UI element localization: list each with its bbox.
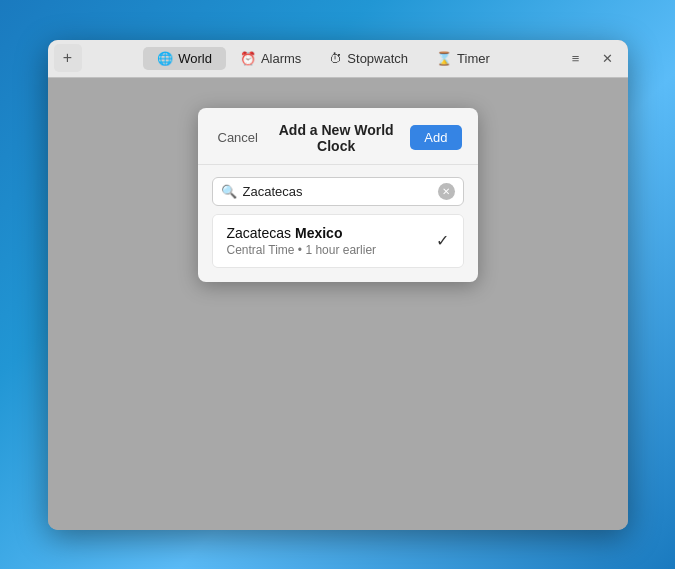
world-tab-label: World (178, 51, 212, 66)
result-country: Mexico (295, 225, 342, 241)
search-results: Zacatecas Mexico Central Time • 1 hour e… (212, 214, 464, 268)
tab-alarms[interactable]: ⏰ Alarms (226, 47, 315, 70)
dialog-add-button[interactable]: Add (410, 125, 461, 150)
stopwatch-tab-label: Stopwatch (347, 51, 408, 66)
titlebar: + 🌐 World ⏰ Alarms ⏱ Stopwatch ⌛ Timer ≡… (48, 40, 628, 78)
app-window: + 🌐 World ⏰ Alarms ⏱ Stopwatch ⌛ Timer ≡… (48, 40, 628, 530)
window-controls: ≡ ✕ (562, 44, 622, 72)
dialog-header: Cancel Add a New World Clock Add (198, 108, 478, 165)
search-clear-button[interactable]: ✕ (438, 183, 455, 200)
tab-world[interactable]: 🌐 World (143, 47, 226, 70)
add-tab-button[interactable]: + (54, 44, 82, 72)
result-item[interactable]: Zacatecas Mexico Central Time • 1 hour e… (213, 215, 463, 267)
search-icon: 🔍 (221, 184, 237, 199)
alarms-tab-icon: ⏰ (240, 51, 256, 66)
window-body: Cancel Add a New World Clock Add 🔍 ✕ Zac… (48, 78, 628, 530)
result-text: Zacatecas Mexico Central Time • 1 hour e… (227, 225, 436, 257)
cancel-button[interactable]: Cancel (214, 128, 262, 147)
close-button[interactable]: ✕ (594, 44, 622, 72)
timer-tab-label: Timer (457, 51, 490, 66)
add-world-clock-dialog: Cancel Add a New World Clock Add 🔍 ✕ Zac… (198, 108, 478, 282)
search-section: 🔍 ✕ (198, 165, 478, 214)
timer-tab-icon: ⌛ (436, 51, 452, 66)
alarms-tab-label: Alarms (261, 51, 301, 66)
search-input[interactable] (243, 184, 432, 199)
tab-stopwatch[interactable]: ⏱ Stopwatch (315, 47, 422, 70)
result-sub: Central Time • 1 hour earlier (227, 243, 436, 257)
result-city: Zacatecas Mexico (227, 225, 436, 241)
tab-timer[interactable]: ⌛ Timer (422, 47, 504, 70)
tab-list: 🌐 World ⏰ Alarms ⏱ Stopwatch ⌛ Timer (86, 47, 562, 70)
stopwatch-tab-icon: ⏱ (329, 51, 342, 66)
menu-button[interactable]: ≡ (562, 44, 590, 72)
dialog-title: Add a New World Clock (272, 122, 400, 154)
result-selected-icon: ✓ (436, 231, 449, 250)
search-box: 🔍 ✕ (212, 177, 464, 206)
world-tab-icon: 🌐 (157, 51, 173, 66)
